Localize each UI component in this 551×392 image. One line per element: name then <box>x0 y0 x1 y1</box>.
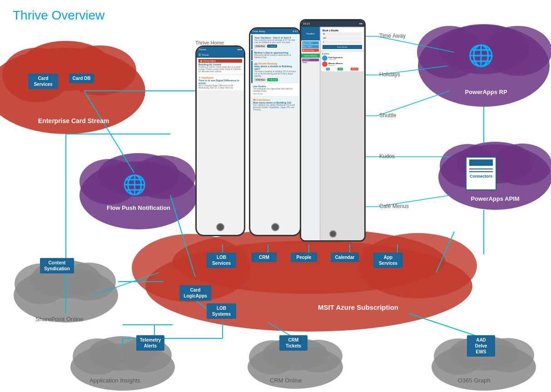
enterprise-card-stream-label: Enterprise Card Stream <box>28 117 119 124</box>
sharepoint-online-label: SharePoint Online <box>35 316 84 323</box>
app-services-node: App Services <box>373 253 403 268</box>
lob-systems-node: LOB Systems <box>207 303 236 319</box>
powerapps-rp-label: PowerApps RP <box>454 89 518 95</box>
tablet-phone: 16:23 ●● Vacation Apr 21 2017 May 1 2017… <box>300 19 366 242</box>
content-syndication-node: Content Syndication <box>40 258 74 273</box>
application-insights-label: Application Insights <box>89 377 140 384</box>
aad-delve-ews-node: AAD Delve EWS <box>467 335 495 357</box>
shuttle-label: Shuttle <box>379 112 396 119</box>
holidays-label: Holidays <box>379 71 400 78</box>
svg-line-61 <box>195 300 207 309</box>
svg-point-26 <box>484 26 551 76</box>
lob-services-node: LOB Services <box>207 253 236 268</box>
cafe-menus-label: Café Menus <box>379 203 409 209</box>
svg-line-53 <box>436 232 454 273</box>
thrive-home-label: Thrive Home <box>195 40 224 45</box>
o365-graph-label: O365 Graph <box>458 377 491 384</box>
powerapps-apim-label: PowerApps APIM <box>463 195 527 202</box>
telemetry-alerts-node: Telemetry Alerts <box>136 335 164 351</box>
card-db-node: Card DB <box>69 74 94 83</box>
page-title: Thrive Overview <box>13 8 104 23</box>
flow-globe-icon: 🌐 <box>123 174 146 196</box>
svg-line-59 <box>409 313 484 338</box>
main-phone: Thrive ●●● ☰ Thrive 🔔 Thrive Alerts Buil… <box>195 45 245 236</box>
kudos-label: Kudos <box>379 153 395 159</box>
svg-line-38 <box>84 91 134 173</box>
time-away-label: Time Away <box>379 33 406 39</box>
card-logicapps-node: Card LogicApps <box>179 285 211 301</box>
svg-point-8 <box>14 268 118 323</box>
svg-line-63 <box>93 273 159 295</box>
svg-point-2 <box>64 45 136 95</box>
crm-node: CRM <box>252 253 277 262</box>
connectors-node: Connectors <box>466 157 496 190</box>
calendar-node: Calendar <box>331 253 359 262</box>
svg-point-13 <box>73 338 123 375</box>
card-services-node: Card Services <box>28 74 58 89</box>
cards-phone: Time Away 9:41 Your Vacation - Use it or… <box>249 27 301 236</box>
flow-push-notification-label: Flow Push Notification <box>89 204 189 211</box>
crm-tickets-node: CRM Tickets <box>279 335 308 351</box>
powerapps-globe-icon: 🌐 <box>468 43 494 68</box>
people-node: People <box>291 253 317 262</box>
crm-online-label: CRM Online <box>270 377 302 384</box>
svg-point-30 <box>493 144 551 185</box>
msit-azure-label: MSIT Azure Subscription <box>318 303 398 311</box>
